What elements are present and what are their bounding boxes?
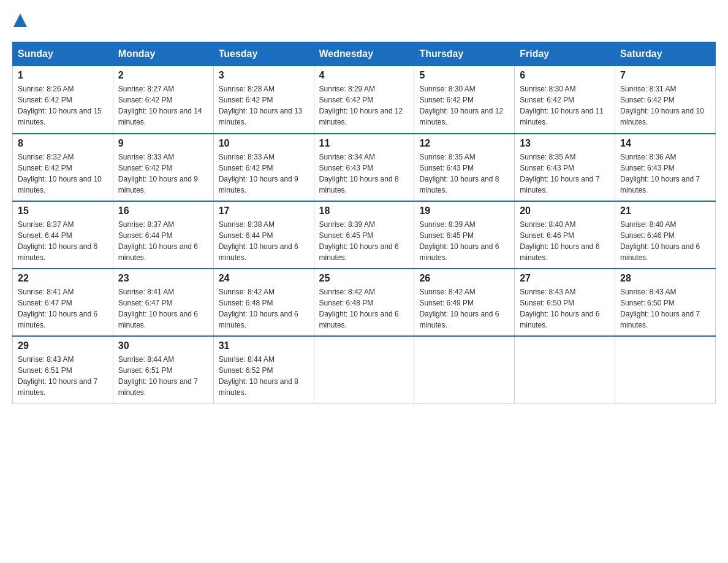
calendar-cell: 13 Sunrise: 8:35 AMSunset: 6:43 PMDaylig…	[515, 134, 615, 201]
calendar-cell: 29 Sunrise: 8:43 AMSunset: 6:51 PMDaylig…	[13, 336, 113, 404]
svg-marker-0	[13, 13, 27, 27]
day-info: Sunrise: 8:41 AMSunset: 6:47 PMDaylight:…	[118, 286, 208, 331]
day-info: Sunrise: 8:30 AMSunset: 6:42 PMDaylight:…	[520, 83, 610, 128]
day-info: Sunrise: 8:43 AMSunset: 6:50 PMDaylight:…	[520, 286, 610, 331]
day-info: Sunrise: 8:42 AMSunset: 6:48 PMDaylight:…	[319, 286, 409, 331]
header-saturday: Saturday	[615, 42, 716, 66]
calendar-cell	[314, 336, 414, 404]
calendar-cell: 5 Sunrise: 8:30 AMSunset: 6:42 PMDayligh…	[414, 66, 515, 134]
calendar-cell: 30 Sunrise: 8:44 AMSunset: 6:51 PMDaylig…	[113, 336, 213, 404]
day-number: 10	[219, 138, 309, 149]
day-number: 21	[620, 205, 710, 216]
day-info: Sunrise: 8:41 AMSunset: 6:47 PMDaylight:…	[18, 286, 108, 331]
header-wednesday: Wednesday	[314, 42, 414, 66]
day-number: 18	[319, 205, 409, 216]
day-info: Sunrise: 8:40 AMSunset: 6:46 PMDaylight:…	[620, 219, 710, 263]
day-number: 28	[620, 273, 710, 284]
logo-triangle-icon	[13, 12, 27, 28]
week-row-2: 8 Sunrise: 8:32 AMSunset: 6:42 PMDayligh…	[13, 134, 716, 201]
calendar-cell: 25 Sunrise: 8:42 AMSunset: 6:48 PMDaylig…	[314, 269, 414, 336]
day-number: 8	[18, 138, 108, 149]
day-info: Sunrise: 8:26 AMSunset: 6:42 PMDaylight:…	[18, 83, 108, 128]
calendar-cell: 14 Sunrise: 8:36 AMSunset: 6:43 PMDaylig…	[615, 134, 716, 201]
day-info: Sunrise: 8:43 AMSunset: 6:51 PMDaylight:…	[18, 354, 108, 398]
day-info: Sunrise: 8:37 AMSunset: 6:44 PMDaylight:…	[118, 219, 208, 263]
day-info: Sunrise: 8:33 AMSunset: 6:42 PMDaylight:…	[118, 151, 208, 196]
day-number: 1	[18, 70, 108, 81]
calendar-cell: 20 Sunrise: 8:40 AMSunset: 6:46 PMDaylig…	[515, 201, 615, 269]
header	[12, 12, 716, 29]
day-info: Sunrise: 8:40 AMSunset: 6:46 PMDaylight:…	[520, 219, 610, 263]
calendar-cell: 24 Sunrise: 8:42 AMSunset: 6:48 PMDaylig…	[213, 269, 314, 336]
day-number: 4	[319, 70, 409, 81]
day-info: Sunrise: 8:36 AMSunset: 6:43 PMDaylight:…	[620, 151, 710, 196]
calendar-cell: 9 Sunrise: 8:33 AMSunset: 6:42 PMDayligh…	[113, 134, 213, 201]
day-number: 29	[18, 340, 108, 351]
calendar-cell: 27 Sunrise: 8:43 AMSunset: 6:50 PMDaylig…	[515, 269, 615, 336]
day-number: 30	[118, 340, 208, 351]
day-info: Sunrise: 8:34 AMSunset: 6:43 PMDaylight:…	[319, 151, 409, 196]
calendar-cell	[515, 336, 615, 404]
day-info: Sunrise: 8:42 AMSunset: 6:49 PMDaylight:…	[419, 286, 509, 331]
header-friday: Friday	[515, 42, 615, 66]
day-number: 24	[219, 273, 309, 284]
day-info: Sunrise: 8:31 AMSunset: 6:42 PMDaylight:…	[620, 83, 710, 128]
calendar-cell: 23 Sunrise: 8:41 AMSunset: 6:47 PMDaylig…	[113, 269, 213, 336]
day-number: 27	[520, 273, 610, 284]
day-number: 23	[118, 273, 208, 284]
calendar-cell: 10 Sunrise: 8:33 AMSunset: 6:42 PMDaylig…	[213, 134, 314, 201]
calendar-cell: 7 Sunrise: 8:31 AMSunset: 6:42 PMDayligh…	[615, 66, 716, 134]
calendar-cell: 12 Sunrise: 8:35 AMSunset: 6:43 PMDaylig…	[414, 134, 515, 201]
day-info: Sunrise: 8:28 AMSunset: 6:42 PMDaylight:…	[219, 83, 309, 128]
day-number: 11	[319, 138, 409, 149]
calendar-cell	[414, 336, 515, 404]
calendar-cell: 21 Sunrise: 8:40 AMSunset: 6:46 PMDaylig…	[615, 201, 716, 269]
logo	[12, 12, 27, 29]
week-row-4: 22 Sunrise: 8:41 AMSunset: 6:47 PMDaylig…	[13, 269, 716, 336]
header-thursday: Thursday	[414, 42, 515, 66]
day-info: Sunrise: 8:35 AMSunset: 6:43 PMDaylight:…	[419, 151, 509, 196]
week-row-1: 1 Sunrise: 8:26 AMSunset: 6:42 PMDayligh…	[13, 66, 716, 134]
day-info: Sunrise: 8:42 AMSunset: 6:48 PMDaylight:…	[219, 286, 309, 331]
day-number: 6	[520, 70, 610, 81]
day-info: Sunrise: 8:39 AMSunset: 6:45 PMDaylight:…	[419, 219, 509, 263]
calendar-cell: 15 Sunrise: 8:37 AMSunset: 6:44 PMDaylig…	[13, 201, 113, 269]
day-info: Sunrise: 8:44 AMSunset: 6:51 PMDaylight:…	[118, 354, 208, 398]
day-number: 9	[118, 138, 208, 149]
day-info: Sunrise: 8:27 AMSunset: 6:42 PMDaylight:…	[118, 83, 208, 128]
calendar-cell: 6 Sunrise: 8:30 AMSunset: 6:42 PMDayligh…	[515, 66, 615, 134]
header-tuesday: Tuesday	[213, 42, 314, 66]
calendar-cell: 17 Sunrise: 8:38 AMSunset: 6:44 PMDaylig…	[213, 201, 314, 269]
day-number: 19	[419, 205, 509, 216]
calendar-cell: 18 Sunrise: 8:39 AMSunset: 6:45 PMDaylig…	[314, 201, 414, 269]
day-number: 3	[219, 70, 309, 81]
calendar-table: SundayMondayTuesdayWednesdayThursdayFrid…	[12, 42, 716, 404]
day-info: Sunrise: 8:33 AMSunset: 6:42 PMDaylight:…	[219, 151, 309, 196]
day-number: 12	[419, 138, 509, 149]
day-info: Sunrise: 8:30 AMSunset: 6:42 PMDaylight:…	[419, 83, 509, 128]
day-info: Sunrise: 8:39 AMSunset: 6:45 PMDaylight:…	[319, 219, 409, 263]
header-row: SundayMondayTuesdayWednesdayThursdayFrid…	[13, 42, 716, 66]
calendar-cell: 28 Sunrise: 8:43 AMSunset: 6:50 PMDaylig…	[615, 269, 716, 336]
calendar-cell: 26 Sunrise: 8:42 AMSunset: 6:49 PMDaylig…	[414, 269, 515, 336]
day-number: 22	[18, 273, 108, 284]
calendar-cell: 19 Sunrise: 8:39 AMSunset: 6:45 PMDaylig…	[414, 201, 515, 269]
day-number: 20	[520, 205, 610, 216]
calendar-cell: 2 Sunrise: 8:27 AMSunset: 6:42 PMDayligh…	[113, 66, 213, 134]
calendar-cell: 31 Sunrise: 8:44 AMSunset: 6:52 PMDaylig…	[213, 336, 314, 404]
calendar-cell: 22 Sunrise: 8:41 AMSunset: 6:47 PMDaylig…	[13, 269, 113, 336]
day-number: 15	[18, 205, 108, 216]
week-row-5: 29 Sunrise: 8:43 AMSunset: 6:51 PMDaylig…	[13, 336, 716, 404]
day-number: 7	[620, 70, 710, 81]
header-monday: Monday	[113, 42, 213, 66]
header-sunday: Sunday	[13, 42, 113, 66]
day-number: 25	[319, 273, 409, 284]
calendar-cell: 11 Sunrise: 8:34 AMSunset: 6:43 PMDaylig…	[314, 134, 414, 201]
day-number: 26	[419, 273, 509, 284]
day-number: 2	[118, 70, 208, 81]
day-info: Sunrise: 8:38 AMSunset: 6:44 PMDaylight:…	[219, 219, 309, 263]
day-info: Sunrise: 8:44 AMSunset: 6:52 PMDaylight:…	[219, 354, 309, 398]
day-number: 31	[219, 340, 309, 351]
day-number: 14	[620, 138, 710, 149]
day-number: 5	[419, 70, 509, 81]
